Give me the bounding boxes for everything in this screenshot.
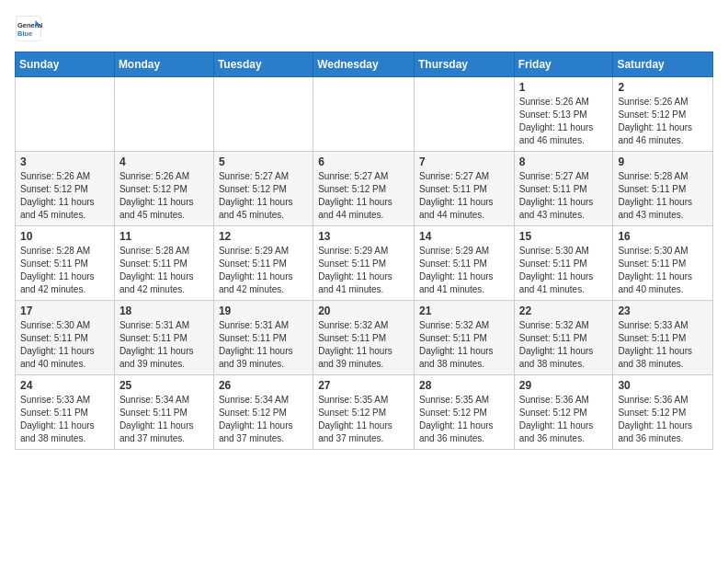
day-info: Sunrise: 5:32 AM Sunset: 5:11 PM Dayligh…	[419, 319, 509, 371]
day-number: 1	[519, 81, 609, 94]
calendar-day-cell: 16Sunrise: 5:30 AM Sunset: 5:11 PM Dayli…	[613, 226, 713, 301]
page-header: General Blue	[15, 15, 713, 42]
svg-text:Blue: Blue	[17, 29, 32, 38]
day-info: Sunrise: 5:26 AM Sunset: 5:12 PM Dayligh…	[618, 96, 708, 147]
day-info: Sunrise: 5:30 AM Sunset: 5:11 PM Dayligh…	[20, 319, 109, 371]
calendar-day-cell: 17Sunrise: 5:30 AM Sunset: 5:11 PM Dayli…	[16, 301, 115, 375]
day-number: 23	[618, 304, 708, 317]
calendar-day-cell: 8Sunrise: 5:27 AM Sunset: 5:11 PM Daylig…	[514, 152, 613, 226]
day-info: Sunrise: 5:28 AM Sunset: 5:11 PM Dayligh…	[20, 245, 109, 296]
day-number: 13	[318, 230, 409, 243]
weekday-header: Monday	[114, 52, 213, 77]
logo-icon: General Blue	[15, 15, 42, 42]
day-info: Sunrise: 5:29 AM Sunset: 5:11 PM Dayligh…	[318, 245, 409, 296]
calendar-day-cell: 26Sunrise: 5:34 AM Sunset: 5:12 PM Dayli…	[213, 375, 313, 450]
day-number: 30	[618, 379, 708, 392]
day-number: 26	[219, 379, 308, 392]
calendar-day-cell: 5Sunrise: 5:27 AM Sunset: 5:12 PM Daylig…	[213, 152, 313, 226]
day-number: 3	[20, 155, 109, 168]
day-number: 24	[20, 379, 109, 392]
calendar-day-cell	[114, 77, 213, 152]
day-number: 11	[119, 230, 209, 243]
calendar-day-cell: 9Sunrise: 5:28 AM Sunset: 5:11 PM Daylig…	[613, 152, 713, 226]
day-info: Sunrise: 5:31 AM Sunset: 5:11 PM Dayligh…	[219, 319, 308, 371]
calendar-day-cell: 6Sunrise: 5:27 AM Sunset: 5:12 PM Daylig…	[313, 152, 415, 226]
calendar-day-cell: 14Sunrise: 5:29 AM Sunset: 5:11 PM Dayli…	[414, 226, 514, 301]
day-number: 10	[20, 230, 109, 243]
calendar-day-cell: 13Sunrise: 5:29 AM Sunset: 5:11 PM Dayli…	[313, 226, 415, 301]
day-number: 17	[20, 304, 109, 317]
calendar-day-cell: 29Sunrise: 5:36 AM Sunset: 5:12 PM Dayli…	[514, 375, 613, 450]
day-number: 12	[219, 230, 308, 243]
calendar-day-cell: 20Sunrise: 5:32 AM Sunset: 5:11 PM Dayli…	[313, 301, 415, 375]
day-info: Sunrise: 5:27 AM Sunset: 5:11 PM Dayligh…	[419, 170, 509, 222]
calendar-day-cell: 12Sunrise: 5:29 AM Sunset: 5:11 PM Dayli…	[213, 226, 313, 301]
weekday-header: Saturday	[613, 52, 713, 77]
day-info: Sunrise: 5:28 AM Sunset: 5:11 PM Dayligh…	[119, 245, 209, 296]
day-info: Sunrise: 5:36 AM Sunset: 5:12 PM Dayligh…	[519, 394, 609, 445]
calendar-day-cell: 2Sunrise: 5:26 AM Sunset: 5:12 PM Daylig…	[613, 77, 713, 152]
day-number: 16	[618, 230, 708, 243]
day-info: Sunrise: 5:32 AM Sunset: 5:11 PM Dayligh…	[318, 319, 409, 371]
day-info: Sunrise: 5:33 AM Sunset: 5:11 PM Dayligh…	[618, 319, 708, 371]
calendar-day-cell	[313, 77, 415, 152]
weekday-header: Thursday	[414, 52, 514, 77]
calendar-day-cell: 30Sunrise: 5:36 AM Sunset: 5:12 PM Dayli…	[613, 375, 713, 450]
day-number: 5	[219, 155, 308, 168]
day-info: Sunrise: 5:36 AM Sunset: 5:12 PM Dayligh…	[618, 394, 708, 445]
calendar-table: SundayMondayTuesdayWednesdayThursdayFrid…	[15, 52, 713, 450]
weekday-header: Friday	[514, 52, 613, 77]
day-number: 20	[318, 304, 409, 317]
calendar-day-cell	[414, 77, 514, 152]
day-number: 28	[419, 379, 509, 392]
calendar-day-cell: 15Sunrise: 5:30 AM Sunset: 5:11 PM Dayli…	[514, 226, 613, 301]
calendar-day-cell	[213, 77, 313, 152]
day-info: Sunrise: 5:27 AM Sunset: 5:12 PM Dayligh…	[219, 170, 308, 222]
day-info: Sunrise: 5:35 AM Sunset: 5:12 PM Dayligh…	[419, 394, 509, 445]
day-number: 2	[618, 81, 708, 94]
calendar-day-cell: 19Sunrise: 5:31 AM Sunset: 5:11 PM Dayli…	[213, 301, 313, 375]
day-info: Sunrise: 5:26 AM Sunset: 5:13 PM Dayligh…	[519, 96, 609, 147]
calendar-day-cell: 10Sunrise: 5:28 AM Sunset: 5:11 PM Dayli…	[16, 226, 115, 301]
day-info: Sunrise: 5:30 AM Sunset: 5:11 PM Dayligh…	[618, 245, 708, 296]
calendar-week-row: 1Sunrise: 5:26 AM Sunset: 5:13 PM Daylig…	[16, 77, 713, 152]
calendar-week-row: 10Sunrise: 5:28 AM Sunset: 5:11 PM Dayli…	[16, 226, 713, 301]
day-number: 22	[519, 304, 609, 317]
day-info: Sunrise: 5:30 AM Sunset: 5:11 PM Dayligh…	[519, 245, 609, 296]
day-number: 9	[618, 155, 708, 168]
calendar-day-cell: 24Sunrise: 5:33 AM Sunset: 5:11 PM Dayli…	[16, 375, 115, 450]
day-info: Sunrise: 5:28 AM Sunset: 5:11 PM Dayligh…	[618, 170, 708, 222]
day-number: 4	[119, 155, 209, 168]
logo: General Blue	[15, 15, 42, 42]
day-info: Sunrise: 5:35 AM Sunset: 5:12 PM Dayligh…	[318, 394, 409, 445]
day-info: Sunrise: 5:27 AM Sunset: 5:12 PM Dayligh…	[318, 170, 409, 222]
calendar-week-row: 17Sunrise: 5:30 AM Sunset: 5:11 PM Dayli…	[16, 301, 713, 375]
calendar-day-cell: 1Sunrise: 5:26 AM Sunset: 5:13 PM Daylig…	[514, 77, 613, 152]
day-info: Sunrise: 5:27 AM Sunset: 5:11 PM Dayligh…	[519, 170, 609, 222]
day-info: Sunrise: 5:33 AM Sunset: 5:11 PM Dayligh…	[20, 394, 109, 445]
day-number: 6	[318, 155, 409, 168]
weekday-header: Sunday	[16, 52, 115, 77]
calendar-day-cell: 23Sunrise: 5:33 AM Sunset: 5:11 PM Dayli…	[613, 301, 713, 375]
day-info: Sunrise: 5:26 AM Sunset: 5:12 PM Dayligh…	[20, 170, 109, 222]
day-number: 8	[519, 155, 609, 168]
calendar-day-cell: 28Sunrise: 5:35 AM Sunset: 5:12 PM Dayli…	[414, 375, 514, 450]
day-number: 29	[519, 379, 609, 392]
calendar-week-row: 24Sunrise: 5:33 AM Sunset: 5:11 PM Dayli…	[16, 375, 713, 450]
day-number: 14	[419, 230, 509, 243]
day-info: Sunrise: 5:29 AM Sunset: 5:11 PM Dayligh…	[419, 245, 509, 296]
day-number: 15	[519, 230, 609, 243]
day-info: Sunrise: 5:26 AM Sunset: 5:12 PM Dayligh…	[119, 170, 209, 222]
day-info: Sunrise: 5:32 AM Sunset: 5:11 PM Dayligh…	[519, 319, 609, 371]
calendar-day-cell: 4Sunrise: 5:26 AM Sunset: 5:12 PM Daylig…	[114, 152, 213, 226]
weekday-header: Wednesday	[313, 52, 415, 77]
day-number: 27	[318, 379, 409, 392]
day-info: Sunrise: 5:34 AM Sunset: 5:11 PM Dayligh…	[119, 394, 209, 445]
calendar-day-cell: 3Sunrise: 5:26 AM Sunset: 5:12 PM Daylig…	[16, 152, 115, 226]
calendar-day-cell: 18Sunrise: 5:31 AM Sunset: 5:11 PM Dayli…	[114, 301, 213, 375]
day-number: 19	[219, 304, 308, 317]
calendar-header-row: SundayMondayTuesdayWednesdayThursdayFrid…	[16, 52, 713, 77]
day-number: 25	[119, 379, 209, 392]
weekday-header: Tuesday	[213, 52, 313, 77]
calendar-day-cell: 11Sunrise: 5:28 AM Sunset: 5:11 PM Dayli…	[114, 226, 213, 301]
